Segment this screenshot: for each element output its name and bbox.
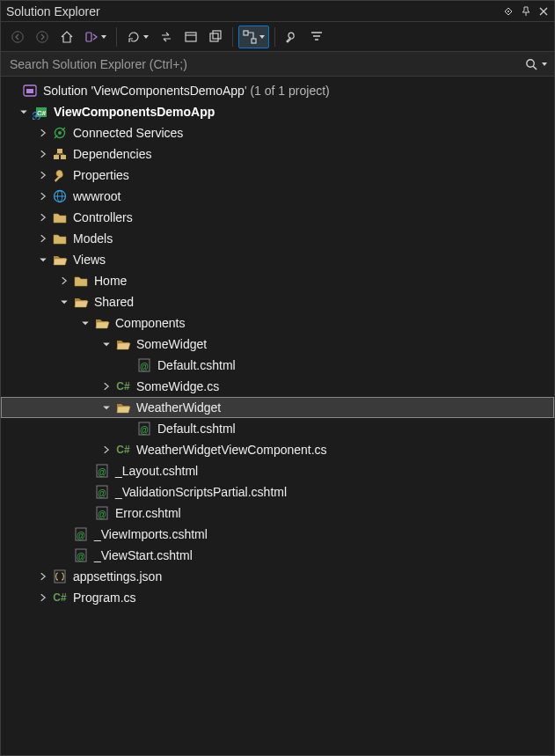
- chevron-right-icon[interactable]: [36, 168, 50, 182]
- tree-item-dependencies[interactable]: Dependencies: [1, 143, 554, 165]
- tree-item-wwwroot[interactable]: wwwroot: [1, 186, 554, 207]
- chevron-right-icon[interactable]: [36, 591, 50, 605]
- folder-open-icon: [73, 294, 89, 310]
- solution-icon: [22, 83, 38, 99]
- tree-item-weatherwidget[interactable]: WeatherWidget: [1, 397, 554, 418]
- tree-item-program-cs[interactable]: C# Program.cs: [1, 587, 554, 608]
- folder-icon: [52, 231, 68, 246]
- tree-item-default-cshtml-2[interactable]: Default.cshtml: [1, 418, 554, 439]
- chevron-right-icon[interactable]: [99, 379, 113, 393]
- dependencies-icon: [52, 146, 68, 162]
- cshtml-icon: [94, 484, 110, 500]
- folder-icon: [73, 273, 89, 289]
- window-options-icon[interactable]: [503, 6, 514, 17]
- chevron-down-icon[interactable]: [57, 295, 71, 309]
- panel-title: Solution Explorer: [6, 4, 503, 18]
- switch-views-button[interactable]: [80, 26, 111, 48]
- nav-forward-button[interactable]: [31, 26, 54, 48]
- tree-item-label: Default.cshtml: [157, 422, 236, 436]
- tree-item-label: Components: [115, 316, 185, 330]
- titlebar: Solution Explorer: [1, 1, 554, 22]
- connected-services-icon: [52, 125, 68, 141]
- tree-item-components[interactable]: Components: [1, 312, 554, 334]
- tree-item-label: _ViewImports.cshtml: [94, 527, 208, 541]
- search-input[interactable]: [8, 56, 524, 72]
- pin-icon[interactable]: [521, 6, 531, 17]
- filter-button[interactable]: [305, 26, 328, 48]
- preview-selected-button[interactable]: [238, 26, 269, 48]
- tree-item-controllers[interactable]: Controllers: [1, 207, 554, 228]
- tree[interactable]: Solution 'ViewComponentsDemoApp' (1 of 1…: [1, 77, 554, 755]
- cshtml-icon: [73, 526, 89, 542]
- csharp-icon: C#: [115, 442, 131, 458]
- tree-item-label: Error.cshtml: [115, 506, 181, 520]
- tree-item-label: Dependencies: [73, 147, 152, 161]
- chevron-right-icon[interactable]: [36, 231, 50, 246]
- tree-item-label: Default.cshtml: [157, 358, 236, 372]
- search-icon[interactable]: [524, 57, 547, 71]
- nav-back-button[interactable]: [6, 26, 29, 48]
- folder-open-icon: [115, 336, 131, 352]
- project-node[interactable]: ViewComponentsDemoApp: [1, 101, 554, 122]
- close-icon[interactable]: [538, 6, 549, 17]
- cshtml-icon: [136, 357, 152, 373]
- tree-item-somewidget[interactable]: SomeWidget: [1, 334, 554, 355]
- chevron-right-icon[interactable]: [99, 443, 113, 457]
- folder-open-icon: [94, 315, 110, 331]
- tree-item-label: wwwroot: [73, 189, 120, 203]
- tree-item-label: WeatherWidget: [136, 400, 221, 415]
- cshtml-icon: [73, 547, 89, 563]
- toolbar-separator: [274, 27, 275, 47]
- json-icon: [52, 569, 68, 584]
- chevron-right-icon[interactable]: [57, 274, 71, 288]
- tree-item-home[interactable]: Home: [1, 270, 554, 291]
- tree-item-label: _ViewStart.cshtml: [94, 548, 193, 562]
- tree-item-label: Controllers: [73, 210, 133, 224]
- properties-button[interactable]: [179, 26, 202, 48]
- solution-explorer-panel: Solution Explorer Solution 'ViewC: [0, 0, 555, 756]
- tree-item-valscripts[interactable]: _ValidationScriptsPartial.cshtml: [1, 481, 554, 503]
- solution-node[interactable]: Solution 'ViewComponentsDemoApp' (1 of 1…: [1, 80, 554, 101]
- home-button[interactable]: [55, 26, 78, 48]
- chevron-right-icon[interactable]: [36, 210, 50, 224]
- chevron-right-icon[interactable]: [36, 126, 50, 140]
- chevron-down-icon[interactable]: [78, 316, 92, 330]
- tree-item-models[interactable]: Models: [1, 228, 554, 249]
- solution-label: Solution 'ViewComponentsDemoApp' (1 of 1…: [43, 84, 330, 98]
- pending-changes-filter-button[interactable]: [122, 26, 153, 48]
- tree-item-somewidge-cs[interactable]: C# SomeWidge.cs: [1, 376, 554, 397]
- tree-item-weather-vc[interactable]: C# WeatherWidgetViewComponent.cs: [1, 439, 554, 460]
- tree-item-viewstart[interactable]: _ViewStart.cshtml: [1, 545, 554, 566]
- tree-item-label: Connected Services: [73, 126, 183, 140]
- chevron-down-icon[interactable]: [99, 337, 113, 351]
- tree-item-shared[interactable]: Shared: [1, 291, 554, 312]
- chevron-down-icon[interactable]: [36, 253, 50, 267]
- tree-item-label: appsettings.json: [73, 569, 162, 584]
- tree-item-default-cshtml[interactable]: Default.cshtml: [1, 355, 554, 376]
- tree-item-connected-services[interactable]: Connected Services: [1, 122, 554, 143]
- tree-item-layout[interactable]: _Layout.cshtml: [1, 460, 554, 481]
- tree-item-views[interactable]: Views: [1, 249, 554, 270]
- cshtml-icon: [94, 463, 110, 479]
- chevron-right-icon[interactable]: [36, 147, 50, 161]
- tree-item-label: Properties: [73, 168, 129, 182]
- toolbar: [1, 22, 554, 52]
- csproj-icon: [33, 104, 48, 120]
- chevron-down-icon[interactable]: [99, 400, 113, 415]
- tree-item-properties[interactable]: Properties: [1, 165, 554, 186]
- chevron-right-icon[interactable]: [36, 189, 50, 203]
- folder-open-icon: [52, 252, 68, 268]
- sync-active-doc-button[interactable]: [155, 26, 178, 48]
- wrench-button[interactable]: [281, 26, 303, 48]
- chevron-down-icon[interactable]: [17, 105, 31, 119]
- chevron-right-icon[interactable]: [36, 569, 50, 584]
- show-all-files-button[interactable]: [204, 26, 227, 48]
- tree-item-viewimports[interactable]: _ViewImports.cshtml: [1, 524, 554, 545]
- tree-item-label: _Layout.cshtml: [115, 464, 198, 478]
- tree-item-appsettings[interactable]: appsettings.json: [1, 566, 554, 587]
- tree-item-label: Program.cs: [73, 591, 136, 605]
- tree-item-label: SomeWidge.cs: [136, 379, 219, 393]
- tree-item-error[interactable]: Error.cshtml: [1, 503, 554, 524]
- tree-item-label: WeatherWidgetViewComponent.cs: [136, 443, 327, 457]
- wrench-icon: [52, 167, 68, 183]
